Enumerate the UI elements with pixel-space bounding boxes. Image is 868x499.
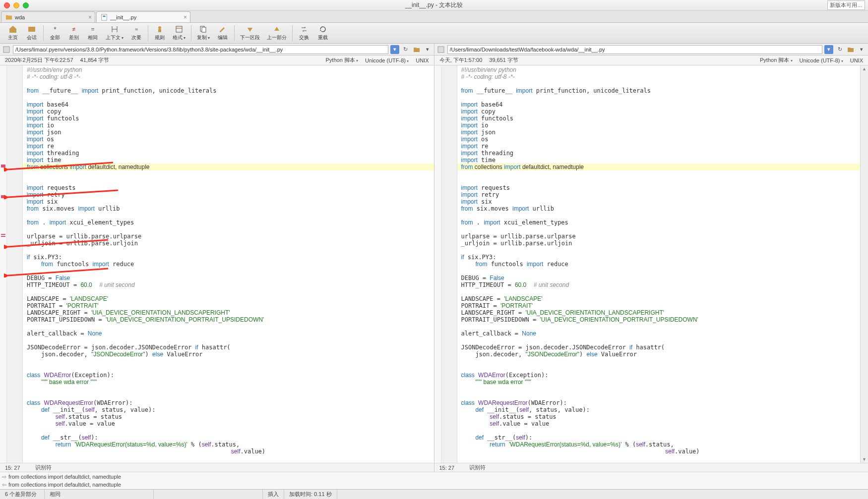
cursor-token: 识别符: [469, 464, 486, 471]
meta-size: 39,651 字节: [489, 56, 518, 64]
minor-button[interactable]: ≈次要: [127, 24, 145, 42]
diff-summary: ⇨from collections import defaultdict, na…: [0, 472, 868, 489]
separator: [234, 25, 235, 41]
meta-enc[interactable]: Unicode (UTF-8): [365, 57, 409, 63]
tab-label: __init__.py: [110, 14, 136, 20]
svg-text:≠: ≠: [72, 26, 76, 33]
vertical-scrollbar[interactable]: ▲▼: [860, 65, 868, 463]
format-button[interactable]: 格式: [170, 24, 188, 42]
browse-icon[interactable]: [846, 45, 855, 54]
dropdown-icon[interactable]: ▾: [824, 45, 833, 54]
tab-wda[interactable]: wda ×: [1, 11, 95, 22]
swap-button[interactable]: 交换: [295, 24, 313, 42]
svg-rect-11: [3, 47, 9, 53]
disk-icon[interactable]: [2, 45, 11, 54]
meta-lang[interactable]: Python 脚本: [760, 56, 793, 64]
copy-button[interactable]: 复制: [194, 24, 213, 42]
code-area: #!/usr/bin/env python # -*- coding: utf-…: [0, 65, 868, 463]
diff-minimap[interactable]: [0, 65, 7, 463]
diff-line-a: from collections import defaultdict, nam…: [8, 473, 121, 481]
history-icon[interactable]: ↻: [835, 45, 844, 54]
separator: [191, 25, 191, 41]
close-icon[interactable]: ×: [88, 14, 92, 21]
right-meta: 今天, 下午1:57:00 39,651 字节 Python 脚本 Unicod…: [434, 55, 868, 65]
disk-icon[interactable]: [436, 45, 445, 54]
browse-icon[interactable]: [412, 45, 421, 54]
status-insert: 插入: [263, 490, 284, 499]
rules-button[interactable]: 规则: [151, 24, 169, 42]
left-meta: 2020年2月25日 下午6:22:57 41,854 字节 Python 脚本…: [0, 55, 434, 65]
more-icon[interactable]: ▾: [857, 45, 866, 54]
close-icon[interactable]: ×: [184, 14, 187, 21]
separator: [292, 25, 293, 41]
edit-button[interactable]: 编辑: [214, 24, 232, 42]
cursor-token: 识别符: [35, 464, 52, 471]
right-path-input[interactable]: [447, 45, 823, 54]
cursor-pos: 15: 27: [5, 465, 20, 471]
left-code-text[interactable]: #!/usr/bin/env python # -*- coding: utf-…: [23, 65, 434, 463]
tab-init-py[interactable]: __init__.py ×: [96, 11, 190, 22]
minimize-window-button[interactable]: [13, 2, 19, 8]
status-mode: 相同: [45, 490, 154, 499]
left-path-input[interactable]: [13, 45, 388, 54]
python-file-icon: [101, 14, 108, 21]
meta-enc[interactable]: Unicode (UTF-8): [800, 57, 843, 63]
reload-button[interactable]: 重载: [314, 24, 332, 42]
left-code-body[interactable]: #!/usr/bin/env python # -*- coding: utf-…: [0, 65, 434, 463]
meta-size: 41,854 字节: [80, 56, 110, 64]
cursor-pos: 15: 27: [439, 465, 455, 471]
toolbar: 主页 会话 *全部 ≠差别 =相同 上下文 ≈次要 规则 格式 复制 编辑 下一…: [0, 23, 868, 44]
home-button[interactable]: 主页: [4, 24, 22, 42]
prev-section-button[interactable]: 上一部分: [264, 24, 290, 42]
status-empty: [154, 490, 263, 499]
svg-rect-1: [28, 27, 35, 32]
close-window-button[interactable]: [4, 2, 10, 8]
zoom-window-button[interactable]: [23, 2, 29, 8]
right-path-bar: ▾ ↻ ▾: [434, 44, 868, 55]
right-pane: #!/usr/bin/env python # -*- coding: utf-…: [434, 65, 868, 463]
svg-rect-10: [202, 27, 206, 32]
svg-rect-0: [102, 14, 107, 20]
path-row: ▾ ↻ ▾ ▾ ↻ ▾: [0, 44, 868, 55]
status-load-time: 加载时间: 0.11 秒: [284, 490, 337, 499]
dropdown-icon[interactable]: ▾: [390, 45, 399, 54]
line-gutter: [441, 65, 457, 463]
same-button[interactable]: =相同: [84, 24, 102, 42]
right-code-text[interactable]: #!/usr/bin/env python # -*- coding: utf-…: [457, 65, 868, 463]
right-code-body[interactable]: #!/usr/bin/env python # -*- coding: utf-…: [434, 65, 868, 463]
separator: [148, 25, 148, 41]
arrow-right-icon: ⇨: [2, 473, 6, 481]
document-tabs: wda × __init__.py ×: [0, 11, 868, 23]
svg-text:≈: ≈: [135, 26, 138, 32]
meta-date: 今天, 下午1:57:00: [439, 56, 483, 64]
separator: [43, 25, 44, 41]
right-cursor: 15: 27 识别符: [434, 463, 868, 472]
meta-date: 2020年2月25日 下午6:22:57: [5, 56, 73, 64]
svg-text:*: *: [54, 25, 57, 33]
left-cursor: 15: 27 识别符: [0, 463, 434, 472]
scroll-up-icon[interactable]: ▲: [862, 66, 867, 71]
diff-button[interactable]: ≠差别: [65, 24, 83, 42]
diff-minimap[interactable]: [434, 65, 441, 463]
meta-lang[interactable]: Python 脚本: [326, 56, 359, 64]
update-notice[interactable]: 新版本可用…: [827, 0, 865, 10]
next-section-button[interactable]: 下一区段: [237, 24, 263, 42]
all-button[interactable]: *全部: [46, 24, 64, 42]
window-title: __init__.py - 文本比较: [0, 1, 868, 9]
history-icon[interactable]: ↻: [401, 45, 410, 54]
left-path-bar: ▾ ↻ ▾: [0, 44, 434, 55]
tab-label: wda: [15, 14, 25, 20]
session-button[interactable]: 会话: [23, 24, 41, 42]
more-icon[interactable]: ▾: [423, 45, 432, 54]
window: __init__.py - 文本比较 新版本可用… wda × __init__…: [0, 0, 868, 499]
left-pane: #!/usr/bin/env python # -*- coding: utf-…: [0, 65, 434, 463]
context-button[interactable]: 上下文: [103, 24, 126, 42]
status-bar: 6 个差异部分 相同 插入 加载时间: 0.11 秒: [0, 489, 868, 499]
svg-rect-8: [176, 26, 182, 32]
status-diff-count: 6 个差异部分: [0, 490, 45, 499]
scroll-down-icon[interactable]: ▼: [862, 457, 867, 462]
meta-eol: UNIX: [850, 57, 863, 63]
arrow-left-icon: ⇦: [2, 481, 6, 489]
svg-rect-7: [158, 29, 161, 32]
diff-line-b: from collections import defaultdict, nam…: [8, 481, 121, 489]
